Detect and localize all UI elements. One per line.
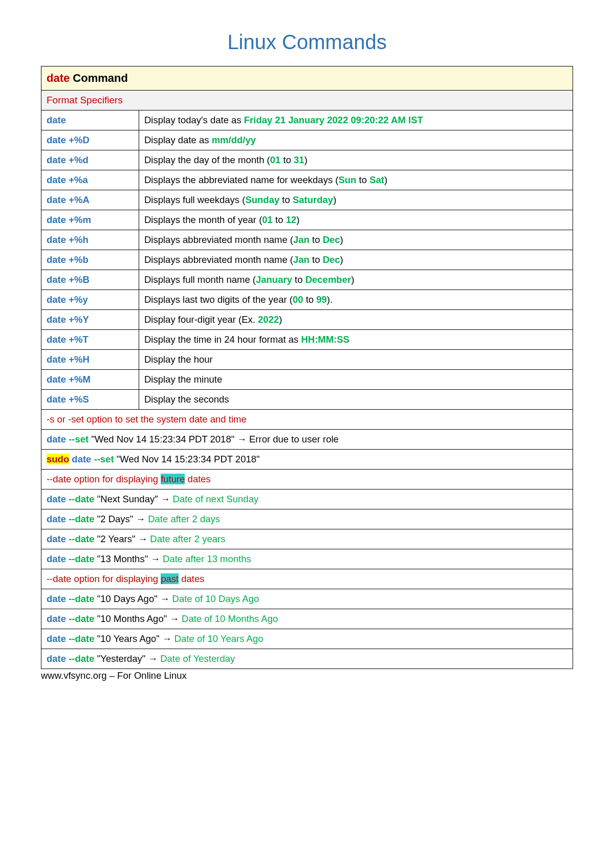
table-subheader-cell: Format Specifiers bbox=[41, 91, 573, 110]
page-title: Linux Commands bbox=[41, 31, 573, 54]
example-cell: date --date "Yesterday" → Date of Yester… bbox=[41, 649, 573, 669]
desc-cell: Displays full weekdays (Sunday to Saturd… bbox=[139, 190, 573, 210]
table-header-row: date Command bbox=[41, 66, 573, 91]
arrow-icon: → bbox=[237, 434, 247, 444]
desc-cell: Display the hour bbox=[139, 350, 573, 370]
example-cell: date --date "Next Sunday" → Date of next… bbox=[41, 489, 573, 509]
table-subheader-row: Format Specifiers bbox=[41, 91, 573, 110]
past-note-row: --date option for displaying past dates bbox=[41, 569, 573, 589]
date-command-table: date Command Format Specifiers dateDispl… bbox=[41, 66, 573, 669]
desc-cell: Display today's date as Friday 21 Januar… bbox=[139, 110, 573, 130]
desc-cell: Displays last two digits of the year (00… bbox=[139, 290, 573, 310]
desc-cell: Displays the month of year (01 to 12) bbox=[139, 210, 573, 230]
desc-cell: Displays the abbreviated name for weekda… bbox=[139, 170, 573, 190]
desc-cell: Display four-digit year (Ex. 2022) bbox=[139, 310, 573, 330]
table-row: date +%hDisplays abbreviated month name … bbox=[41, 230, 573, 250]
desc-cell: Displays abbreviated month name (Jan to … bbox=[139, 230, 573, 250]
set-example-2-row: sudo date --set "Wed Nov 14 15:23:34 PDT… bbox=[41, 450, 573, 470]
desc-cell: Display date as mm/dd/yy bbox=[139, 130, 573, 150]
table-row: date --date "10 Years Ago" → Date of 10 … bbox=[41, 629, 573, 649]
note-pre: --date option for displaying bbox=[47, 573, 161, 584]
cmd-cell: date +%T bbox=[41, 330, 139, 350]
cmd-cell: date +%b bbox=[41, 250, 139, 270]
note-post: dates bbox=[179, 573, 204, 584]
cmd-cell: date +%a bbox=[41, 170, 139, 190]
table-row: date +%bDisplays abbreviated month name … bbox=[41, 250, 573, 270]
future-note-row: --date option for displaying future date… bbox=[41, 470, 573, 489]
set-option-note: -s or -set option to set the system date… bbox=[41, 410, 573, 430]
cmd-cell: date +%Y bbox=[41, 310, 139, 330]
set-example-2: sudo date --set "Wed Nov 14 15:23:34 PDT… bbox=[41, 450, 573, 470]
table-row: date +%dDisplay the day of the month (01… bbox=[41, 150, 573, 170]
desc-cell: Displays full month name (January to Dec… bbox=[139, 270, 573, 290]
cmd-text: date bbox=[72, 454, 94, 464]
desc-cell: Displays abbreviated month name (Jan to … bbox=[139, 250, 573, 270]
note-pre: --date option for displaying bbox=[47, 474, 161, 484]
header-rest: Command bbox=[70, 72, 128, 84]
cmd-cell: date +%B bbox=[41, 270, 139, 290]
table-row: date --date "10 Months Ago" → Date of 10… bbox=[41, 609, 573, 629]
table-header-cell: date Command bbox=[41, 66, 573, 91]
opt-text: --set bbox=[94, 454, 114, 464]
table-row: date +%mDisplays the month of year (01 t… bbox=[41, 210, 573, 230]
set-example-1: date --set "Wed Nov 14 15:23:34 PDT 2018… bbox=[41, 430, 573, 450]
cmd-cell: date +%y bbox=[41, 290, 139, 310]
cmd-cell: date +%M bbox=[41, 370, 139, 390]
table-row: date --date "Next Sunday" → Date of next… bbox=[41, 489, 573, 509]
example-cell: date --date "10 Days Ago" → Date of 10 D… bbox=[41, 589, 573, 609]
cmd-cell: date bbox=[41, 110, 139, 130]
table-row: date +%BDisplays full month name (Januar… bbox=[41, 270, 573, 290]
desc-cell: Display the minute bbox=[139, 370, 573, 390]
result-text: Error due to user role bbox=[247, 434, 339, 444]
opt-text: --set bbox=[69, 434, 89, 444]
note-post: dates bbox=[185, 474, 210, 484]
cmd-cell: date +%m bbox=[41, 210, 139, 230]
arg-text: "Wed Nov 14 15:23:34 PDT 2018" bbox=[114, 454, 260, 464]
cmd-cell: date +%h bbox=[41, 230, 139, 250]
cmd-text: date bbox=[47, 434, 69, 444]
cmd-cell: date +%S bbox=[41, 390, 139, 410]
desc-cell: Display the seconds bbox=[139, 390, 573, 410]
table-row: date --date "2 Days" → Date after 2 days bbox=[41, 509, 573, 529]
future-note: --date option for displaying future date… bbox=[41, 470, 573, 489]
table-row: date --date "13 Months" → Date after 13 … bbox=[41, 549, 573, 569]
table-row: date --date "Yesterday" → Date of Yester… bbox=[41, 649, 573, 669]
example-cell: date --date "10 Years Ago" → Date of 10 … bbox=[41, 629, 573, 649]
arg-text: "Wed Nov 14 15:23:34 PDT 2018" bbox=[89, 434, 237, 444]
header-cmd: date bbox=[47, 72, 70, 84]
table-row: date +%MDisplay the minute bbox=[41, 370, 573, 390]
table-row: date +%HDisplay the hour bbox=[41, 350, 573, 370]
footer-text: www.vfsync.org – For Online Linux bbox=[41, 670, 573, 681]
cmd-cell: date +%A bbox=[41, 190, 139, 210]
cmd-cell: date +%d bbox=[41, 150, 139, 170]
example-cell: date --date "2 Days" → Date after 2 days bbox=[41, 509, 573, 529]
table-row: date +%yDisplays last two digits of the … bbox=[41, 290, 573, 310]
note-highlight: future bbox=[161, 474, 185, 484]
example-cell: date --date "10 Months Ago" → Date of 10… bbox=[41, 609, 573, 629]
table-row: date +%aDisplays the abbreviated name fo… bbox=[41, 170, 573, 190]
past-note: --date option for displaying past dates bbox=[41, 569, 573, 589]
table-row: date +%SDisplay the seconds bbox=[41, 390, 573, 410]
desc-cell: Display the day of the month (01 to 31) bbox=[139, 150, 573, 170]
cmd-cell: date +%H bbox=[41, 350, 139, 370]
example-cell: date --date "2 Years" → Date after 2 yea… bbox=[41, 529, 573, 549]
table-row: date +%DDisplay date as mm/dd/yy bbox=[41, 130, 573, 150]
set-option-row: -s or -set option to set the system date… bbox=[41, 410, 573, 430]
desc-cell: Display the time in 24 hour format as HH… bbox=[139, 330, 573, 350]
table-row: date +%YDisplay four-digit year (Ex. 202… bbox=[41, 310, 573, 330]
table-row: date +%ADisplays full weekdays (Sunday t… bbox=[41, 190, 573, 210]
example-cell: date --date "13 Months" → Date after 13 … bbox=[41, 549, 573, 569]
note-highlight: past bbox=[161, 573, 179, 584]
set-example-1-row: date --set "Wed Nov 14 15:23:34 PDT 2018… bbox=[41, 430, 573, 450]
table-row: date --date "2 Years" → Date after 2 yea… bbox=[41, 529, 573, 549]
cmd-cell: date +%D bbox=[41, 130, 139, 150]
sudo-text: sudo bbox=[47, 454, 69, 464]
table-row: date +%TDisplay the time in 24 hour form… bbox=[41, 330, 573, 350]
table-row: date --date "10 Days Ago" → Date of 10 D… bbox=[41, 589, 573, 609]
table-row: dateDisplay today's date as Friday 21 Ja… bbox=[41, 110, 573, 130]
